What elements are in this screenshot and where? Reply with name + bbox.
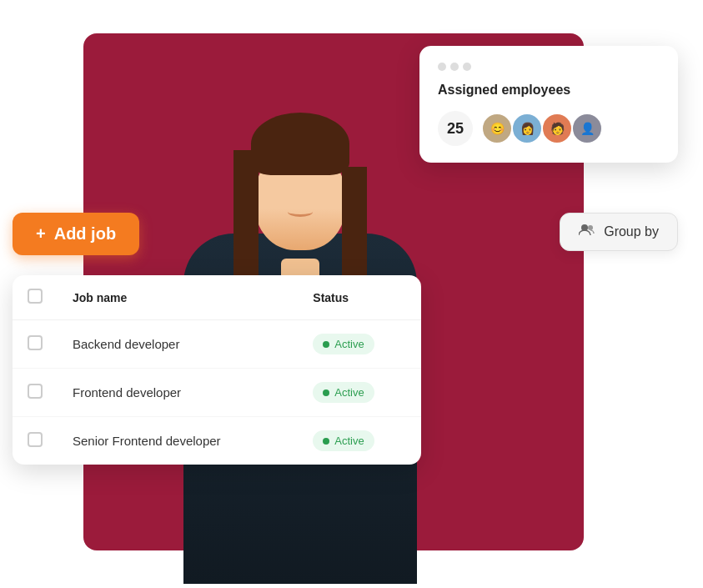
- employees-card: Assigned employees 25 😊 👩 🧑 👤: [419, 46, 678, 163]
- employee-count: 25: [438, 111, 473, 146]
- status-cell: Active: [298, 369, 421, 417]
- add-job-button[interactable]: + Add job: [13, 213, 139, 255]
- jobs-card: Job name Status Backend developer Active: [13, 275, 421, 465]
- row-checkbox[interactable]: [28, 384, 43, 399]
- status-label: Active: [334, 386, 364, 399]
- row-checkbox[interactable]: [28, 335, 43, 350]
- status-dot: [323, 341, 329, 348]
- status-dot: [323, 389, 329, 396]
- row-checkbox-cell[interactable]: [13, 369, 58, 417]
- jobs-table: Job name Status Backend developer Active: [13, 275, 421, 465]
- avatar-1: 😊: [481, 113, 513, 144]
- employees-card-title: Assigned employees: [438, 83, 660, 98]
- job-name-cell: Backend developer: [58, 320, 298, 369]
- status-dot: [323, 438, 329, 445]
- status-badge: Active: [313, 430, 374, 451]
- avatar-2: 👩: [511, 113, 543, 144]
- employees-row: 25 😊 👩 🧑 👤: [438, 111, 660, 146]
- table-row: Senior Frontend developer Active: [13, 417, 421, 465]
- avatar-4: 👤: [571, 113, 603, 144]
- header-job-name: Job name: [58, 275, 298, 320]
- row-checkbox[interactable]: [28, 432, 43, 447]
- job-name-cell: Senior Frontend developer: [58, 417, 298, 465]
- header-status: Status: [298, 275, 421, 320]
- status-label: Active: [334, 338, 364, 350]
- status-cell: Active: [298, 417, 421, 465]
- row-checkbox-cell[interactable]: [13, 320, 58, 369]
- status-badge: Active: [313, 382, 374, 403]
- dot-2: [450, 63, 459, 71]
- group-by-label: Group by: [604, 224, 659, 239]
- window-dots: [438, 63, 660, 71]
- dot-1: [438, 63, 446, 71]
- svg-point-1: [588, 225, 593, 230]
- table-row: Frontend developer Active: [13, 369, 421, 417]
- dot-3: [463, 63, 471, 71]
- status-badge: Active: [313, 334, 374, 354]
- status-label: Active: [334, 435, 364, 447]
- group-by-button[interactable]: Group by: [560, 213, 678, 251]
- job-name-cell: Frontend developer: [58, 369, 298, 417]
- table-row: Backend developer Active: [13, 320, 421, 369]
- header-checkbox-col[interactable]: [13, 275, 58, 320]
- header-checkbox[interactable]: [28, 289, 43, 304]
- status-cell: Active: [298, 320, 421, 369]
- add-job-label: Add job: [54, 224, 116, 244]
- plus-icon: +: [36, 224, 46, 244]
- group-icon: [579, 224, 595, 240]
- avatar-3: 🧑: [541, 113, 573, 144]
- row-checkbox-cell[interactable]: [13, 417, 58, 465]
